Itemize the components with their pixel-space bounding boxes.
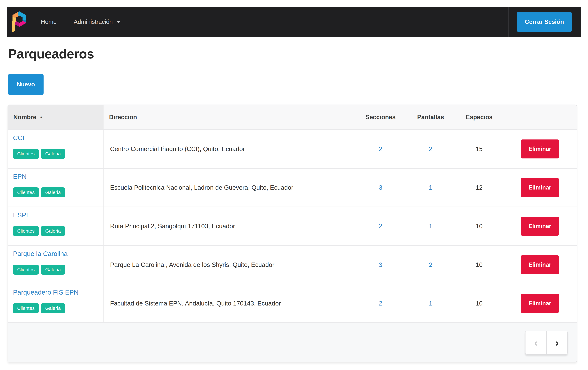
pagination-next-button[interactable]: › — [546, 331, 567, 355]
secciones-link[interactable]: 2 — [379, 223, 382, 230]
chevron-right-icon: › — [555, 337, 559, 348]
parking-name-link[interactable]: ESPE — [13, 211, 31, 219]
address-cell: Parque La Carolina., Avenida de los Shyr… — [103, 246, 355, 284]
espacios-value: 10 — [476, 300, 483, 307]
nav-item-administracion-label: Administración — [74, 19, 113, 25]
pantallas-link[interactable]: 1 — [429, 300, 432, 307]
clientes-button[interactable]: Clientes — [13, 303, 39, 313]
column-header-secciones[interactable]: Secciones — [355, 105, 406, 129]
espacios-value: 10 — [476, 261, 483, 268]
page-title: Parqueaderos — [8, 46, 94, 61]
pantallas-link[interactable]: 2 — [429, 145, 432, 152]
new-button[interactable]: Nuevo — [8, 74, 43, 95]
nav-divider — [508, 7, 509, 37]
delete-button[interactable]: Eliminar — [521, 178, 559, 197]
secciones-link[interactable]: 2 — [379, 145, 382, 152]
table-row: EPN Clientes Galeria Escuela Politecnica… — [8, 168, 577, 207]
nav-item-administracion[interactable]: Administración — [65, 7, 129, 37]
parking-name-link[interactable]: EPN — [13, 173, 27, 180]
chevron-left-icon: ‹ — [534, 337, 537, 348]
pantallas-link[interactable]: 1 — [429, 223, 432, 230]
galeria-button[interactable]: Galeria — [41, 303, 65, 313]
address-cell: Escuela Politecnica Nacional, Ladron de … — [103, 169, 355, 207]
espacios-value: 15 — [476, 145, 483, 152]
column-header-actions — [503, 105, 577, 129]
pantallas-link[interactable]: 2 — [429, 261, 432, 268]
clientes-button[interactable]: Clientes — [13, 187, 39, 197]
column-header-nombre[interactable]: Nombre ▲ — [8, 105, 103, 129]
parking-name-link[interactable]: CCI — [13, 134, 24, 142]
table-row: Parqueadero FIS EPN Clientes Galeria Fac… — [8, 284, 577, 322]
table-footer: ‹ › — [8, 322, 577, 362]
pagination-prev-button[interactable]: ‹ — [525, 331, 546, 355]
delete-button[interactable]: Eliminar — [521, 140, 559, 158]
clientes-button[interactable]: Clientes — [13, 149, 39, 159]
clientes-button[interactable]: Clientes — [13, 226, 39, 236]
table-row: ESPE Clientes Galeria Ruta Principal 2, … — [8, 207, 577, 245]
espacios-value: 12 — [476, 184, 483, 191]
column-header-espacios[interactable]: Espacios — [455, 105, 503, 129]
espacios-value: 10 — [476, 223, 483, 230]
table-header-row: Nombre ▲ Direccion Secciones Pantallas E… — [8, 105, 577, 129]
table-row: CCI Clientes Galeria Centro Comercial Iñ… — [8, 129, 577, 168]
galeria-button[interactable]: Galeria — [41, 226, 65, 236]
brand-logo[interactable] — [7, 7, 32, 37]
p-logo-icon — [12, 11, 27, 32]
logout-button[interactable]: Cerrar Sesión — [517, 11, 572, 32]
column-header-pantallas[interactable]: Pantallas — [406, 105, 455, 129]
address-cell: Centro Comercial Iñaquito (CCI), Quito, … — [103, 130, 355, 168]
galeria-button[interactable]: Galeria — [41, 265, 65, 275]
top-navbar: Home Administración Cerrar Sesión — [7, 7, 581, 37]
galeria-button[interactable]: Galeria — [41, 187, 65, 197]
chevron-down-icon — [116, 21, 120, 23]
address-cell: Ruta Principal 2, Sangolquí 171103, Ecua… — [103, 207, 355, 245]
clientes-button[interactable]: Clientes — [13, 265, 39, 275]
nav-item-home[interactable]: Home — [32, 7, 65, 37]
secciones-link[interactable]: 3 — [379, 184, 382, 191]
delete-button[interactable]: Eliminar — [521, 217, 559, 236]
sort-asc-icon: ▲ — [39, 115, 43, 119]
secciones-link[interactable]: 2 — [379, 300, 382, 307]
column-header-direccion[interactable]: Direccion — [103, 105, 355, 129]
address-cell: Facultad de Sistema EPN, Andalucía, Quit… — [103, 284, 355, 322]
parqueaderos-table: Nombre ▲ Direccion Secciones Pantallas E… — [8, 105, 577, 362]
parking-name-link[interactable]: Parque la Carolina — [13, 250, 68, 258]
secciones-link[interactable]: 3 — [379, 261, 382, 268]
navbar-menu: Home Administración — [32, 7, 129, 37]
table-row: Parque la Carolina Clientes Galeria Parq… — [8, 245, 577, 284]
nav-item-home-label: Home — [41, 19, 57, 25]
pantallas-link[interactable]: 1 — [429, 184, 432, 191]
galeria-button[interactable]: Galeria — [41, 149, 65, 159]
delete-button[interactable]: Eliminar — [521, 255, 559, 274]
delete-button[interactable]: Eliminar — [521, 294, 559, 313]
pagination: ‹ › — [525, 331, 567, 355]
parking-name-link[interactable]: Parqueadero FIS EPN — [13, 289, 79, 296]
